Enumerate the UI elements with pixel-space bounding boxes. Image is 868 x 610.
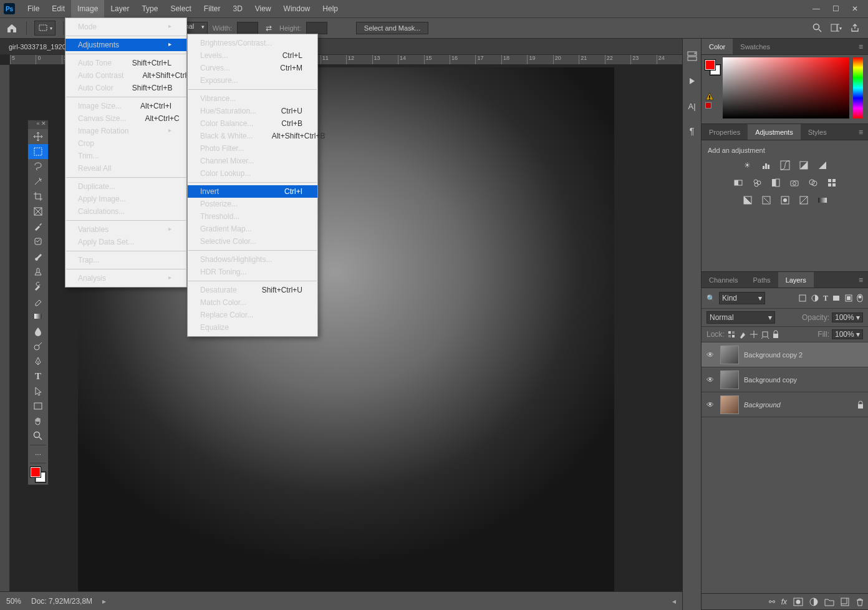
adj-invert-icon[interactable]	[741, 194, 754, 206]
home-button[interactable]	[5, 21, 19, 35]
filter-adjust-icon[interactable]	[811, 294, 819, 303]
adj-brightness-icon[interactable]: ☀	[741, 159, 754, 172]
gamut-warning-icon[interactable]	[705, 92, 714, 101]
adj-gradient-map[interactable]: Gradient Map...	[188, 223, 317, 235]
dodge-tool[interactable]	[28, 339, 48, 354]
adj-equalize[interactable]: Equalize	[188, 321, 317, 334]
eyedropper-tool[interactable]	[28, 219, 48, 234]
menu-window[interactable]: Window	[277, 0, 317, 17]
menu-help[interactable]: Help	[316, 0, 344, 17]
menu-auto-tone[interactable]: Auto ToneShift+Ctrl+L	[65, 57, 186, 69]
window-close-icon[interactable]: ✕	[852, 4, 858, 13]
adj-gradientmap-icon[interactable]	[816, 194, 829, 206]
lock-position-icon[interactable]	[750, 330, 758, 339]
menu-filter[interactable]: Filter	[198, 0, 227, 17]
adj-black-white[interactable]: Black & White...Alt+Shift+Ctrl+B	[188, 130, 317, 142]
layer-row[interactable]: 👁Background	[702, 392, 868, 417]
adjustments-panel-menu-icon[interactable]: ≡	[854, 124, 868, 140]
actions-panel-icon[interactable]	[686, 75, 698, 87]
hue-slider[interactable]	[853, 57, 863, 119]
layer-fx-icon[interactable]: fx	[781, 598, 787, 606]
lasso-tool[interactable]	[28, 159, 48, 174]
tab-styles[interactable]: Styles	[801, 124, 834, 140]
menu-apply-image[interactable]: Apply Image...	[65, 193, 186, 205]
layer-name-label[interactable]: Background	[744, 401, 781, 409]
magic-wand-tool[interactable]	[28, 174, 48, 189]
layer-thumbnail[interactable]	[720, 395, 739, 414]
filter-toggle-icon[interactable]	[857, 294, 863, 303]
healing-brush-tool[interactable]	[28, 234, 48, 249]
lock-artboard-icon[interactable]	[761, 330, 769, 339]
adj-color-balance-icon[interactable]	[751, 177, 763, 189]
layer-name-label[interactable]: Background copy	[744, 376, 797, 384]
menu-image[interactable]: Image	[71, 0, 104, 17]
tab-layers[interactable]: Layers	[778, 272, 814, 288]
workspace-icon[interactable]: ▾	[831, 22, 842, 34]
adj-hdr-toning[interactable]: HDR Toning...	[188, 266, 317, 278]
layer-name-label[interactable]: Background copy 2	[744, 351, 803, 359]
color-swatches[interactable]	[28, 465, 48, 485]
menu-image-rotation[interactable]: Image Rotation	[65, 125, 186, 137]
adj-match-color[interactable]: Match Color...	[188, 296, 317, 309]
menu-select[interactable]: Select	[164, 0, 197, 17]
new-layer-icon[interactable]	[841, 598, 849, 606]
blur-tool[interactable]	[28, 324, 48, 339]
adj-channel-mixer[interactable]: Channel Mixer...	[188, 155, 317, 167]
menu-canvas-size[interactable]: Canvas Size...Alt+Ctrl+C	[65, 112, 186, 125]
new-group-icon[interactable]	[824, 598, 834, 606]
window-minimize-icon[interactable]: ―	[813, 4, 820, 13]
menu-image-size[interactable]: Image Size...Alt+Ctrl+I	[65, 100, 186, 112]
tab-color[interactable]: Color	[702, 39, 733, 54]
adj-vibrance-icon[interactable]	[816, 159, 829, 172]
adj-exposure[interactable]: Exposure...	[188, 74, 317, 87]
adj-invert[interactable]: InvertCtrl+I	[188, 185, 317, 198]
blend-mode-select[interactable]: Normal▾	[706, 311, 775, 324]
move-tool[interactable]	[28, 129, 48, 144]
menu-edit[interactable]: Edit	[46, 0, 71, 17]
lock-all-icon[interactable]	[772, 330, 779, 339]
width-input[interactable]	[237, 22, 258, 34]
swap-dims-icon[interactable]: ⇄	[263, 22, 274, 34]
gradient-tool[interactable]	[28, 309, 48, 324]
ruler-vertical[interactable]	[0, 65, 10, 591]
path-selection-tool[interactable]	[28, 384, 48, 399]
adj-threshold[interactable]: Threshold...	[188, 210, 317, 223]
color-field[interactable]	[723, 57, 849, 119]
adj-channelmixer-icon[interactable]	[807, 177, 819, 189]
menu-file[interactable]: File	[21, 0, 46, 17]
brush-tool[interactable]	[28, 249, 48, 264]
filter-smart-icon[interactable]	[844, 294, 853, 303]
adj-levels[interactable]: Levels...Ctrl+L	[188, 49, 317, 62]
doc-info[interactable]: Doc: 7,92M/23,8M	[31, 597, 92, 606]
current-tool-preset[interactable]: ▾	[34, 21, 55, 36]
link-layers-icon[interactable]: ⚯	[769, 598, 775, 606]
zoom-level[interactable]: 50%	[6, 597, 21, 606]
doc-info-arrow-icon[interactable]: ▸	[102, 597, 106, 606]
adj-threshold-icon[interactable]	[779, 194, 791, 206]
tab-swatches[interactable]: Swatches	[733, 39, 778, 54]
menu-auto-color[interactable]: Auto ColorShift+Ctrl+B	[65, 82, 186, 94]
adj-levels-icon[interactable]	[760, 159, 773, 172]
window-maximize-icon[interactable]: ☐	[832, 4, 839, 13]
history-panel-icon[interactable]	[686, 50, 698, 62]
select-and-mask-button[interactable]: Select and Mask...	[356, 22, 429, 34]
adj-colorlookup-icon[interactable]	[826, 177, 838, 189]
filter-type-icon[interactable]: T	[823, 294, 828, 303]
toolbox-collapse[interactable]: « ✕	[28, 120, 48, 129]
menu-3d[interactable]: 3D	[226, 0, 248, 17]
adj-curves-icon[interactable]	[779, 159, 791, 172]
fill-input[interactable]: 100%▾	[832, 329, 863, 339]
menu-variables[interactable]: Variables	[65, 223, 186, 236]
layer-row[interactable]: 👁Background copy	[702, 367, 868, 392]
frame-tool[interactable]	[28, 204, 48, 219]
tab-channels[interactable]: Channels	[702, 272, 745, 288]
menu-type[interactable]: Type	[135, 0, 164, 17]
character-panel-icon[interactable]: A|	[686, 100, 698, 112]
search-icon[interactable]	[812, 22, 823, 34]
adj-selective-color[interactable]: Selective Color...	[188, 235, 317, 248]
scroll-left-icon[interactable]: ◂	[672, 597, 676, 606]
visibility-toggle-icon[interactable]: 👁	[705, 400, 715, 409]
menu-view[interactable]: View	[249, 0, 277, 17]
adj-posterize[interactable]: Posterize...	[188, 198, 317, 210]
layer-filter-select[interactable]: Kind▾	[719, 292, 765, 304]
